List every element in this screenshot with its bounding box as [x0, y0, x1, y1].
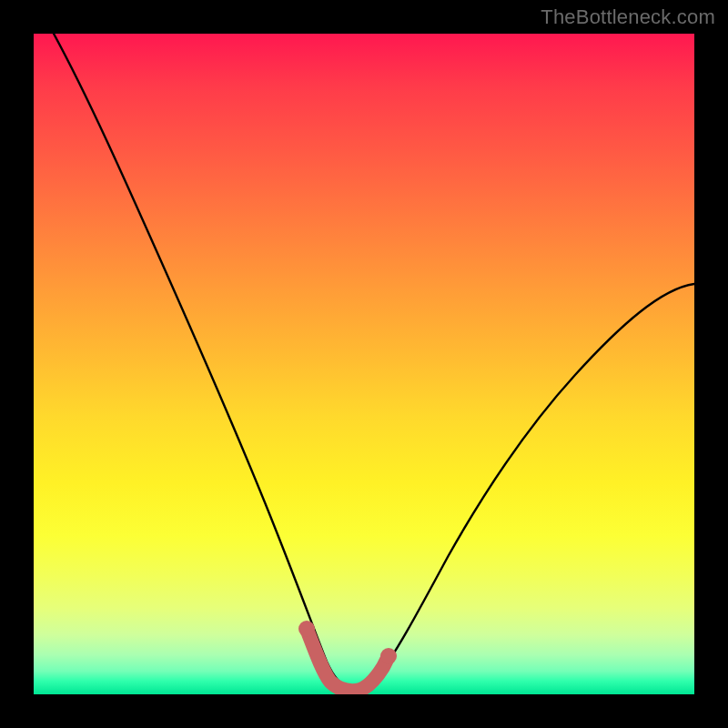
curve-layer: [34, 34, 694, 694]
watermark-text: TheBottleneck.com: [541, 5, 715, 29]
plot-area: [34, 34, 694, 694]
highlight-dot-right: [380, 648, 397, 664]
chart-frame: TheBottleneck.com: [0, 0, 728, 728]
highlight-dot-left: [298, 621, 315, 637]
bottleneck-curve: [54, 34, 694, 690]
highlight-trough: [307, 629, 389, 691]
